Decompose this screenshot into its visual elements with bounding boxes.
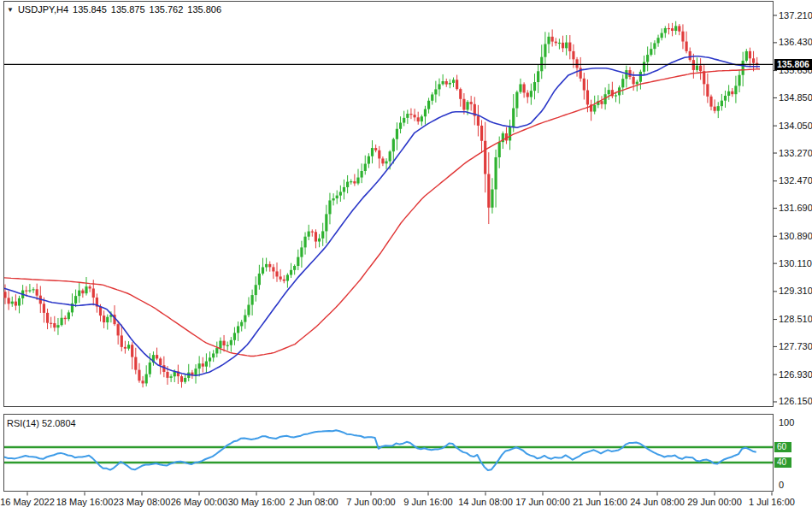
chart-canvas[interactable] <box>0 0 812 513</box>
price-axis-label: 127.730 <box>779 341 812 352</box>
time-axis-label: 1 Jul 16:00 <box>733 497 811 507</box>
price-axis-label: 128.510 <box>779 314 812 325</box>
candles-group <box>3 21 758 388</box>
rsi-scale-100: 100 <box>779 417 794 428</box>
ohlc-low: 135.762 <box>150 4 184 15</box>
price-axis-label: 130.110 <box>779 258 812 269</box>
ohlc-high: 135.875 <box>111 4 145 15</box>
rsi-scale-0: 0 <box>779 480 784 491</box>
rsi-level-badge-60: 60 <box>774 442 791 452</box>
price-axis-label: 131.690 <box>779 203 812 214</box>
rsi-level-badge-40: 40 <box>774 457 791 468</box>
current-price-badge: 135.806 <box>774 59 812 70</box>
price-axis-label: 134.850 <box>779 92 812 103</box>
mt4-chart-window: ▼USDJPY,H4135.845135.875135.762135.806 R… <box>0 0 812 513</box>
rsi-indicator-label: RSI(14) 52.0804 <box>7 418 76 428</box>
symbol-ohlc-line: ▼USDJPY,H4135.845135.875135.762135.806 <box>7 4 221 15</box>
ohlc-close: 135.806 <box>187 4 221 15</box>
ohlc-open: 135.845 <box>73 4 107 15</box>
price-axis-label: 134.050 <box>779 121 812 132</box>
price-axis-label: 133.270 <box>779 148 812 159</box>
rsi-line <box>4 430 756 470</box>
ma-slow-line <box>4 69 760 357</box>
price-axis-label: 130.890 <box>779 231 812 242</box>
price-axis-label: 132.470 <box>779 175 812 186</box>
price-axis-label: 129.310 <box>779 286 812 297</box>
chart-dropdown-icon: ▼ <box>7 6 14 14</box>
price-axis-label: 126.150 <box>779 396 812 407</box>
price-axis-label: 137.210 <box>779 10 812 21</box>
symbol-name: USDJPY,H4 <box>18 4 68 15</box>
price-axis-label: 136.430 <box>779 37 812 48</box>
price-axis-label: 126.930 <box>779 369 812 380</box>
panel-frames <box>4 2 774 492</box>
